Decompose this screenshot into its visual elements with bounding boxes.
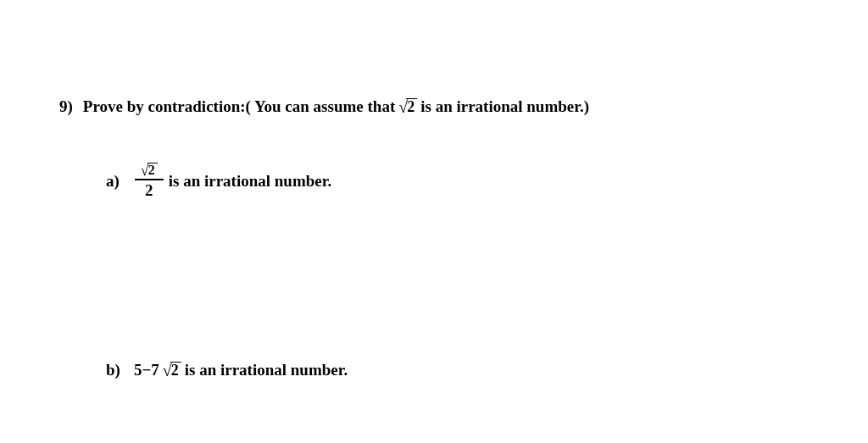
part-b-label: b) [106,361,120,379]
radicand: 2 [170,362,181,378]
part-b-expression: 5−7 √ 2 is an irrational number. [134,361,348,379]
part-a: a) √ 2 2 is an irrational number. [106,163,809,200]
part-a-label: a) [106,172,120,191]
expr-before-sqrt: 5−7 [134,361,159,379]
sqrt-2: √ 2 [398,98,417,115]
fraction-numerator: √ 2 [135,163,164,179]
fraction-denominator: 2 [145,180,153,200]
question-number: 9) [59,97,73,116]
question-block: 9) Prove by contradiction:( You can assu… [59,97,809,379]
part-a-text: is an irrational number. [169,172,332,191]
question-9: 9) Prove by contradiction:( You can assu… [59,97,809,116]
question-text-after: is an irrational number.) [420,97,589,116]
question-text-before: Prove by contradiction:( You can assume … [83,97,395,116]
part-b-text: is an irrational number. [185,361,348,379]
radicand: 2 [147,163,158,177]
sqrt-2: √ 2 [163,362,181,379]
part-b: b) 5−7 √ 2 is an irrational number. [106,361,809,379]
sqrt-2-small: √ 2 [141,163,158,178]
fraction-sqrt2-over-2: √ 2 2 [135,163,164,200]
radicand: 2 [406,98,417,114]
